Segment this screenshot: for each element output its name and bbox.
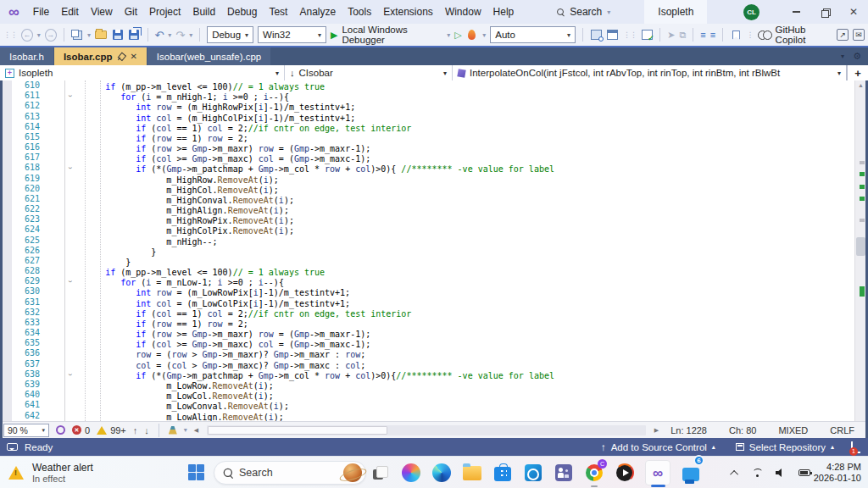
show-next-statement-button[interactable]: ➤ (667, 30, 675, 41)
navigate-forward-button[interactable]: → (45, 29, 57, 42)
new-project-button[interactable] (70, 28, 83, 42)
battery-icon[interactable] (798, 469, 810, 476)
code-line[interactable]: 616 if (row >= Gmp->m_maxr) row = (Gmp->… (0, 142, 868, 152)
hot-reload-dropdown[interactable]: ▾ (482, 31, 486, 39)
type-dropdown[interactable]: ↓ CIsobar ▾ (285, 65, 453, 80)
code-line[interactable]: 623 m_HighRowPix.RemoveAt(i); (0, 214, 868, 225)
teams-button[interactable] (554, 460, 574, 485)
menu-help[interactable]: Help (487, 0, 520, 24)
vertical-scrollbar[interactable]: ▲ (854, 80, 865, 421)
redo-dropdown[interactable]: ▾ (189, 31, 192, 39)
configuration-dropdown[interactable]: Debug ▾ (207, 26, 253, 43)
cursor-line[interactable]: Ln: 1228 (670, 425, 707, 435)
code-line[interactable]: 638› if (*(Gmp->m_patchmap + Gmp->m_col … (0, 369, 868, 380)
code-line[interactable]: 627 } (0, 256, 868, 266)
code-line[interactable]: 613 int col = (m_HighColPix[i]-1)/m_test… (0, 112, 868, 122)
code-line[interactable]: 639 m_LowRow.RemoveAt(i); (0, 380, 868, 390)
menu-view[interactable]: View (85, 0, 119, 24)
feedback-button[interactable]: ✉ (853, 29, 865, 41)
watch-button[interactable]: ⧉ (680, 30, 687, 41)
taskbar-search[interactable]: Search (214, 461, 366, 485)
code-line[interactable]: 631 int col = (m_LowColPix[i]-1)/m_testi… (0, 297, 868, 308)
search-box[interactable]: Search ▾ (548, 4, 619, 19)
increase-indent-button[interactable]: ≡ (710, 30, 715, 40)
task-view-button[interactable] (370, 460, 391, 485)
menu-project[interactable]: Project (143, 0, 186, 24)
code-line[interactable]: 612 int row = (m_HighRowPix[i]-1)/m_test… (0, 101, 868, 111)
code-line[interactable]: 640 m_LowCol.RemoveAt(i); (0, 390, 868, 400)
fold-margin[interactable]: › (40, 369, 75, 380)
microsoft-store-button[interactable] (492, 460, 513, 485)
toolbar-grip[interactable]: ⋮⋮ (3, 30, 17, 39)
tray-expand-icon[interactable] (730, 469, 738, 478)
code-line[interactable]: 624 m_HighColPix.RemoveAt(i); (0, 225, 868, 235)
menu-test[interactable]: Test (263, 0, 293, 24)
save-button[interactable] (112, 28, 125, 42)
code-line[interactable]: 619 m_HighRow.RemoveAt(i); (0, 174, 868, 184)
notifications-button[interactable]: 1 (851, 442, 853, 452)
next-issue-button[interactable]: ↓ (144, 425, 149, 435)
code-line[interactable]: 630 int row = (m_LowRowPix[i]-1)/m_testi… (0, 286, 868, 297)
platform-dropdown[interactable]: Win32 ▾ (258, 26, 326, 43)
wifi-icon[interactable] (751, 469, 763, 477)
solution-name[interactable]: Isopleth (644, 0, 707, 24)
save-all-button[interactable] (128, 28, 141, 42)
decrease-indent-button[interactable]: ≡ (700, 30, 705, 40)
fold-margin[interactable]: › (40, 276, 75, 286)
weather-widget[interactable]: Weather alert In effect (8, 457, 93, 488)
copilot-label[interactable]: GitHub Copilot (776, 25, 833, 45)
scroll-right-icon[interactable]: ▶ (654, 427, 659, 434)
add-to-source-control-button[interactable]: ↑ Add to Source Control ▴ (594, 442, 722, 452)
code-line[interactable]: 628 if (m_pp->m_level <= 100)// = 1 alwa… (0, 266, 868, 276)
scroll-thumb[interactable] (856, 237, 865, 256)
minimize-button[interactable] (782, 0, 810, 24)
tab-isobar-cpp[interactable]: Isobar.cpp ✕ (54, 47, 147, 65)
code-line[interactable]: 634 if (row >= Gmp->m_maxr) row = (Gmp->… (0, 328, 868, 338)
media-app-button[interactable] (615, 460, 635, 485)
menu-tools[interactable]: Tools (342, 0, 377, 24)
toolbar-grip[interactable]: ⋮⋮ (623, 30, 637, 39)
debug-target-dropdown[interactable]: ▾ (447, 31, 450, 39)
redo-button[interactable]: ↷ (175, 29, 185, 42)
code-line[interactable]: 632 if (col == 1) col = 2;//if cntr on e… (0, 308, 868, 318)
line-ending-indicator[interactable]: CRLF (830, 425, 854, 435)
code-line[interactable]: 614 if (col == 1) col = 2;//if cntr on e… (0, 122, 868, 132)
menu-file[interactable]: File (27, 0, 55, 24)
menu-extensions[interactable]: Extensions (377, 0, 439, 24)
restore-button[interactable] (810, 0, 839, 24)
mail-app-button[interactable]: 6 (681, 460, 701, 485)
visual-studio-taskbar-button[interactable]: ∞ (645, 460, 670, 485)
menu-window[interactable]: Window (439, 0, 487, 24)
menu-analyze[interactable]: Analyze (293, 0, 342, 24)
tab-isobar-h[interactable]: Isobar.h (0, 47, 53, 65)
open-folder-button[interactable] (95, 28, 108, 42)
bookmark-button[interactable] (730, 28, 743, 42)
code-line[interactable]: 621 m_HighConval.RemoveAt(i); (0, 194, 868, 204)
error-count[interactable]: ✕ 0 (72, 425, 90, 435)
code-line[interactable]: 629› for (i = m_nLow-1; i >=0 ; i--){ (0, 276, 868, 286)
start-button[interactable] (188, 464, 205, 481)
find-in-files-button[interactable] (590, 28, 603, 42)
volume-icon[interactable] (776, 469, 786, 477)
code-line[interactable]: 610 if (m_pp->m_level <= 100)// = 1 alwa… (0, 80, 868, 91)
scroll-thumb[interactable] (208, 426, 387, 435)
account-avatar[interactable]: CL (743, 4, 760, 20)
close-button[interactable]: ✕ (839, 0, 868, 24)
navigate-back-button[interactable]: ← (21, 29, 33, 42)
outlook-button[interactable] (523, 460, 543, 485)
tab-isobar-web-unsafe-cpp[interactable]: Isobar(web_unsafe).cpp (147, 47, 270, 65)
encoding-indicator[interactable]: MIXED (778, 425, 808, 435)
toolbar-overflow[interactable]: ⋮ (747, 30, 754, 39)
code-line[interactable]: 633 if (row == 1) row = 2; (0, 318, 868, 328)
code-line[interactable]: 636 row = (row > Gmp->m_maxr)? Gmp->m_ma… (0, 348, 868, 358)
document-health-icon[interactable] (56, 425, 65, 435)
pin-icon[interactable] (115, 51, 126, 62)
navigate-back-dropdown[interactable]: ▾ (37, 31, 41, 39)
attach-dropdown[interactable]: Auto ▾ (490, 26, 576, 43)
start-without-debugging-button[interactable]: ▷ (454, 30, 461, 41)
chrome-button[interactable]: C (584, 460, 604, 485)
warning-count[interactable]: 99+ (97, 425, 126, 435)
code-line[interactable]: 642 m_LowAlign.RemoveAt(i); (0, 411, 868, 421)
code-line[interactable]: 611› for (i = m_nHigh-1; i >=0 ; i--){ (0, 91, 868, 101)
split-window-button[interactable]: + (846, 65, 868, 80)
